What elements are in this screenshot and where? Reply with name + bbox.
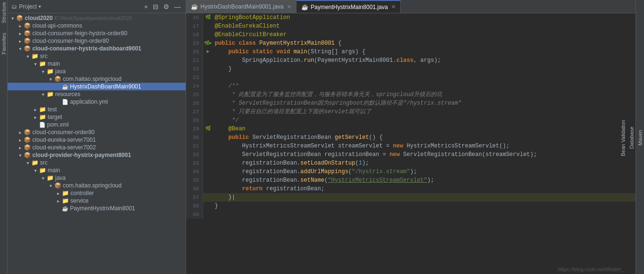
line-number-33: 33	[186, 159, 203, 167]
line-code-38: }	[213, 202, 218, 210]
line-number-17: 17	[186, 22, 203, 30]
code-line-30: 30 public ServletRegistrationBean getSer…	[186, 133, 635, 142]
tree-item-dashboard9001[interactable]: ▾ 📦 cloud-consumer-hystrix-dashboard9001	[8, 45, 186, 52]
tree-item-target-9001[interactable]: ▸ 📁 target	[8, 113, 186, 121]
tree-item-pkg-8001[interactable]: ▾ 📦 com.haitao.springcloud	[8, 182, 186, 189]
tree-label-application-yml: application.yml	[70, 98, 108, 105]
structure-tab[interactable]: Structure	[1, 2, 7, 23]
line-code-36: return registrationBean;	[213, 185, 324, 193]
code-line-32: 32 ServletRegistrationBean registrationB…	[186, 150, 635, 159]
arrow-resources-9001: ▾	[39, 92, 47, 97]
tree-item-src-8001[interactable]: ▾ 📁 src	[8, 159, 186, 166]
tab-HystrixDashBoardMain9001[interactable]: ☕ HystrixDashBoardMain9001.java ✕	[186, 0, 297, 13]
code-line-33: 33 registrationBean.setLoadOnStartup(1);	[186, 159, 635, 167]
tree-item-cloud2020[interactable]: ▾ 📦 cloud2020 E:\WorkSpace\java\ee\cloud…	[8, 14, 186, 22]
code-line-22: 22 }	[186, 65, 635, 73]
code-line-31: 31 HystrixMetricsStreamServlet streamSer…	[186, 142, 635, 150]
tree-item-PaymentHystrixMain8001[interactable]: ☕ PaymentHystrixMain8001	[8, 205, 186, 212]
arrow-service-8001: ▸	[54, 198, 62, 204]
tree-label-test-9001: test	[48, 106, 57, 113]
right-tab-database[interactable]: Database	[628, 124, 635, 152]
code-line-18: 18 @EnableCircuitBreaker	[186, 30, 635, 39]
arrow-controller-8001: ▸	[54, 191, 62, 196]
tree-extra-cloud2020: E:\WorkSpace\java\ee\cloud2020	[55, 15, 132, 21]
tab-PaymentHystrixMain8001[interactable]: ☕ PaymentHystrixMain8001.java ✕	[297, 0, 401, 13]
minimize-icon[interactable]: —	[173, 3, 182, 10]
tree-item-service-8001[interactable]: ▸ 📁 service	[8, 197, 186, 205]
tree-item-payment8001[interactable]: ▾ 📦 cloud-provider-hystrix-payment8001	[8, 151, 186, 159]
tree-label-feign-order80: cloud-consumer-feign-order80	[32, 38, 109, 44]
structure-panel: Structure Favorites	[0, 0, 8, 274]
arrow-pkg-8001: ▾	[47, 183, 54, 188]
tree-label-cloud-api-commons: cloud-api-commons	[32, 22, 82, 29]
line-number-36: 36	[186, 185, 203, 193]
arrow-main-8001: ▾	[31, 168, 39, 173]
tree-item-src-9001[interactable]: ▾ 📁 src	[8, 52, 186, 60]
arrow-cloud2020: ▾	[9, 16, 16, 21]
code-line-20: 20 ▶ public static void main(String[] ar…	[186, 48, 635, 56]
tree-item-test-9001[interactable]: ▸ 📁 test	[8, 106, 186, 113]
tree-label-HystrixDashBoardMain9001: HystrixDashBoardMain9001	[70, 83, 141, 90]
line-number-20: 20	[186, 48, 203, 56]
tree-item-pkg-9001[interactable]: ▾ 📦 com.haitao.springcloud	[8, 75, 186, 83]
tree-label-main-8001: main	[48, 167, 60, 174]
add-icon[interactable]: +	[143, 3, 149, 10]
code-line-34: 34 registrationBean.addUrlMappings("/hys…	[186, 167, 635, 176]
package-icon-8001: 📦	[54, 182, 61, 189]
module-icon-eureka7002: 📦	[24, 144, 31, 151]
tree-item-controller-8001[interactable]: ▸ 📁 controller	[8, 189, 186, 197]
line-number-35: 35	[186, 176, 203, 185]
tree-label-eureka7001: cloud-eureka-server7001	[32, 137, 96, 143]
chevron-down-icon[interactable]: ▾	[39, 4, 41, 9]
code-line-28: 28 */	[186, 116, 635, 125]
code-line-35: 35 registrationBean.setName("HystrixMetr…	[186, 176, 635, 185]
code-editor[interactable]: 16 🌿 @SpringBootApplication 17 @EnableEu…	[186, 13, 635, 274]
line-code-29: @Bean	[213, 125, 246, 133]
tree-item-pom-9001[interactable]: 📄 pom.xml	[8, 121, 186, 128]
arrow-dashboard9001: ▾	[16, 46, 24, 51]
tab-close-2[interactable]: ✕	[391, 4, 396, 10]
tree-item-java-9001[interactable]: ▾ 📁 java	[8, 68, 186, 75]
right-tab-maven[interactable]: Maven	[636, 127, 644, 148]
yml-icon: 📄	[62, 99, 69, 105]
module-icon-consumer-order80: 📦	[24, 129, 31, 136]
tree-item-HystrixDashBoardMain9001[interactable]: ☕ HystrixDashBoardMain9001	[8, 83, 186, 90]
tree-item-main-8001[interactable]: ▾ 📁 main	[8, 166, 186, 174]
tab-java-icon-2: ☕	[301, 4, 308, 10]
code-line-27: 27 * 只要在自己的项目里配置上下面的servlet就可以了	[186, 108, 635, 116]
tree-label-service-8001: service	[70, 197, 89, 204]
tree-item-feign-hystrix[interactable]: ▸ 📦 cloud-consumer-feign-hystrix-order80	[8, 29, 186, 37]
tree-label-pkg-9001: com.haitao.springcloud	[63, 76, 121, 82]
settings-icon[interactable]: ⚙	[162, 3, 170, 10]
java-class-icon-dashboard: ☕	[62, 84, 69, 90]
arrow-feign-order80: ▸	[16, 39, 24, 44]
arrow-src-9001: ▾	[24, 54, 31, 59]
tab-close-1[interactable]: ✕	[287, 4, 291, 10]
arrow-target-9001: ▸	[31, 115, 39, 120]
tab-java-icon-1: ☕	[191, 3, 198, 10]
code-line-21: 21 SpringApplication.run(PaymentHystrixM…	[186, 56, 635, 65]
tree-item-java-8001[interactable]: ▾ 📁 java	[8, 174, 186, 182]
arrow-test-9001: ▸	[31, 107, 39, 112]
tree-item-feign-order80[interactable]: ▸ 📦 cloud-consumer-feign-order80	[8, 37, 186, 45]
tree-item-consumer-order80[interactable]: ▸ 📦 cloud-consumer-order80	[8, 128, 186, 136]
tree-item-eureka7001[interactable]: ▸ 📦 cloud-eureka-server7001	[8, 136, 186, 144]
collapse-icon[interactable]: ⊟	[152, 3, 159, 10]
gutter-20: ▶	[203, 48, 213, 56]
tree-item-application-yml[interactable]: 📄 application.yml	[8, 98, 186, 106]
line-code-28: */	[213, 116, 238, 125]
right-tab-bean-validation[interactable]: Bean Validation	[619, 117, 627, 159]
favorites-tab[interactable]: Favorites	[1, 33, 7, 54]
code-line-25: 25 * 此配置是为了服务监控而配置，与服务容错本身无关，springcloud…	[186, 90, 635, 99]
tree-item-cloud-api-commons[interactable]: ▸ 📦 cloud-api-commons	[8, 22, 186, 29]
tree-item-main-9001[interactable]: ▾ 📁 main	[8, 60, 186, 68]
line-number-26: 26	[186, 99, 203, 108]
sidebar-actions: + ⊟ ⚙ —	[143, 3, 182, 10]
module-icon-api: 📦	[24, 22, 31, 29]
tree-label-resources-9001: resources	[55, 91, 80, 98]
sidebar-title-area: 🗂 Project ▾	[11, 3, 41, 10]
tree-item-resources-9001[interactable]: ▾ 📁 resources	[8, 90, 186, 98]
sidebar-title: Project	[19, 3, 37, 10]
tree-item-eureka7002[interactable]: ▸ 📦 cloud-eureka-server7002	[8, 144, 186, 151]
arrow-feign-hystrix: ▸	[16, 31, 24, 36]
